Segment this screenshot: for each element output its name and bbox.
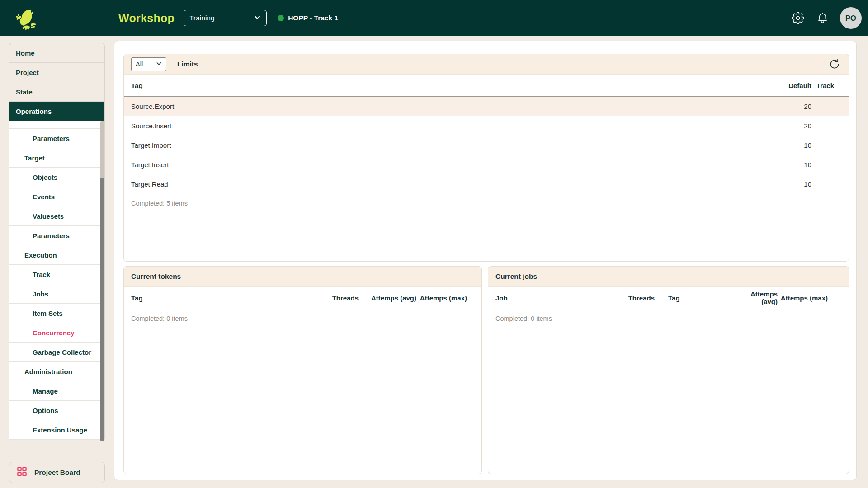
connection-status: HOPP - Track 1 [278,14,338,22]
tokens-table-header: Tag Threads Attemps (avg) Attemps (max) [124,287,481,309]
status-dot-icon [278,15,284,21]
tokens-col-tag: Tag [131,294,322,302]
limits-panel-header: All Limits [124,54,849,75]
jobs-col-threads: Threads [622,294,655,302]
limits-title: Limits [177,60,198,68]
sidebar-item-concurrency[interactable]: Concurrency [9,323,104,343]
jobs-col-job: Job [495,294,622,302]
table-row[interactable]: Source.Insert 20 [124,116,849,136]
environment-select-value: Training [189,14,254,22]
current-jobs-title: Current jobs [495,272,537,281]
jobs-col-attemps-avg: Attemps (avg) [736,290,778,305]
limits-filter-select[interactable]: All [131,57,166,71]
sidebar-item-objects[interactable]: Objects [9,168,104,187]
sidebar-item-garbage-collector[interactable]: Garbage Collector [9,343,104,362]
current-tokens-title: Current tokens [131,272,181,281]
current-jobs-header: Current jobs [488,267,849,287]
limits-col-tag: Tag [131,82,753,89]
settings-gear-icon[interactable] [791,11,805,25]
sidebar-item-events[interactable]: Events [9,187,104,206]
app-header: Workshop Training HOPP - Track 1 PO [0,0,868,36]
user-avatar[interactable]: PO [840,7,862,29]
sidebar-item-extension-usage[interactable]: Extension Usage [9,420,104,440]
table-row[interactable]: Target.Insert 10 [124,155,849,174]
jobs-col-tag: Tag [668,294,736,302]
clipped-nav-row [9,121,104,129]
jobs-completed-count: Completed: 0 items [488,309,849,328]
frog-logo-icon [15,5,36,31]
limits-col-track: Track [811,82,841,89]
project-board-label: Project Board [34,469,80,477]
grid-icon [17,466,27,479]
sidebar-item-execution[interactable]: Execution [9,245,104,265]
sidebar-item-track[interactable]: Track [9,265,104,284]
sidebar-item-valuesets[interactable]: Valuesets [9,206,104,226]
limits-panel: All Limits Tag Default Track Source.Expo… [123,54,849,262]
avatar-initials: PO [845,14,856,23]
limits-table-header: Tag Default Track [124,75,849,97]
jobs-col-attemps-max: Attemps (max) [778,294,835,302]
main-content: All Limits Tag Default Track Source.Expo… [114,41,857,480]
current-tokens-panel: Current tokens Tag Threads Attemps (avg)… [123,266,482,474]
sidebar-nav: Home Project State Operations Parameters… [9,43,105,441]
sidebar-item-options[interactable]: Options [9,401,104,420]
chevron-down-icon [254,14,261,23]
sidebar-item-administration[interactable]: Administration [9,362,104,381]
tokens-col-attemps-avg: Attemps (avg) [359,294,416,302]
sidebar-scrollbar-thumb[interactable] [100,178,104,441]
sidebar-item-target[interactable]: Target [9,148,104,168]
environment-select[interactable]: Training [184,10,267,26]
current-jobs-panel: Current jobs Job Threads Tag Attemps (av… [488,266,849,474]
tokens-col-attemps-max: Attemps (max) [416,294,474,302]
sidebar-item-parameters[interactable]: Parameters [9,226,104,245]
chevron-down-icon [156,61,162,68]
refresh-icon[interactable] [828,57,841,71]
app-title: Workshop [118,12,175,25]
header-actions: PO [791,7,862,29]
sidebar-item-state[interactable]: State [9,82,104,102]
table-row[interactable]: Target.Import 10 [124,136,849,155]
notifications-bell-icon[interactable] [816,11,829,25]
sidebar-item-parameters-source[interactable]: Parameters [9,129,104,148]
limits-completed-count: Completed: 5 items [124,194,849,213]
sidebar-item-operations[interactable]: Operations [9,102,104,121]
tokens-completed-count: Completed: 0 items [124,309,481,328]
sidebar-item-manage[interactable]: Manage [9,381,104,401]
current-tokens-header: Current tokens [124,267,481,287]
table-row[interactable]: Target.Read 10 [124,174,849,194]
jobs-table-header: Job Threads Tag Attemps (avg) Attemps (m… [488,287,849,309]
status-label: HOPP - Track 1 [288,14,338,22]
project-board-button[interactable]: Project Board [9,462,105,483]
sidebar-item-item-sets[interactable]: Item Sets [9,304,104,323]
limits-filter-value: All [136,61,156,68]
sidebar-scrollbar[interactable] [100,121,104,441]
sidebar-item-jobs[interactable]: Jobs [9,284,104,304]
limits-col-default: Default [753,82,811,89]
sidebar-item-project[interactable]: Project [9,63,104,82]
table-row[interactable]: Source.Export 20 [124,97,849,116]
tokens-col-threads: Threads [322,294,359,302]
sidebar-item-home[interactable]: Home [9,43,104,63]
